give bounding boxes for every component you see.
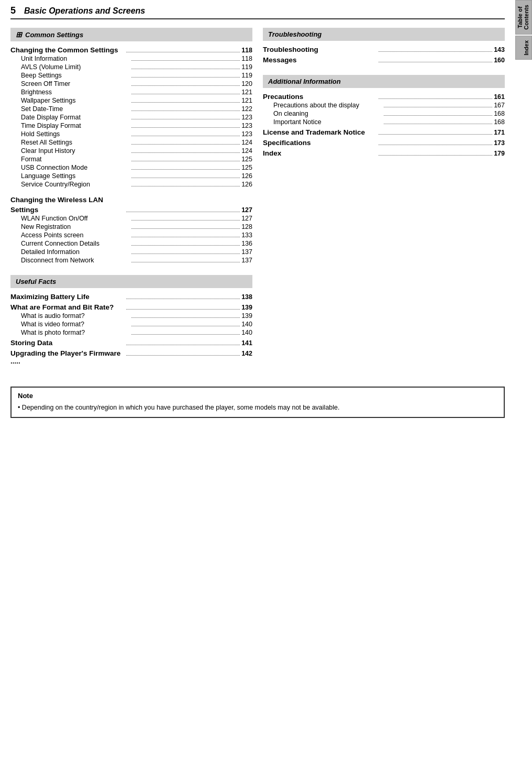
dots — [131, 136, 240, 136]
entry-title: Detailed Information — [21, 248, 130, 256]
toc-row: Settings 127 — [10, 205, 252, 214]
page-num: 125 — [241, 156, 252, 163]
toc-row: Hold Settings 123 — [10, 130, 252, 138]
page-num: 139 — [241, 304, 252, 311]
page-num: 118 — [241, 47, 252, 54]
troubleshooting-header: Troubleshooting — [263, 28, 505, 41]
dots — [131, 102, 240, 103]
entry-title: On cleaning — [273, 110, 382, 117]
toc-row: Format 125 — [10, 155, 252, 163]
page-num: 124 — [241, 139, 252, 146]
entry-title: Specifications — [263, 139, 377, 147]
settings-icon: ⊞ — [16, 30, 22, 39]
page-container: 5 Basic Operations and Screens ⊞ Common … — [0, 0, 532, 760]
wireless-lan-section: Changing the Wireless LAN Settings 127 W… — [10, 196, 252, 265]
chapter-title: Basic Operations and Screens — [24, 6, 145, 16]
page-num: 142 — [241, 350, 252, 357]
page-num: 125 — [241, 164, 252, 171]
entry-title: Language Settings — [21, 172, 130, 180]
entry-title: Maximizing Battery Life — [10, 293, 125, 301]
toc-row: Troubleshooting 143 — [263, 45, 505, 54]
entry-title: Storing Data — [10, 339, 125, 347]
page-num: 121 — [241, 89, 252, 96]
toc-row: AVLS (Volume Limit) 119 — [10, 63, 252, 71]
page-num: 139 — [241, 312, 252, 320]
page-num: 167 — [494, 102, 505, 109]
dots — [131, 85, 240, 86]
main-content: 5 Basic Operations and Screens ⊞ Common … — [0, 0, 515, 760]
toc-row: New Registration 128 — [10, 223, 252, 231]
page-num: 120 — [241, 80, 252, 87]
entry-title: New Registration — [21, 223, 130, 230]
dots — [131, 237, 240, 237]
toc-row: WLAN Function On/Off 127 — [10, 214, 252, 223]
tab-index-label: Index — [523, 40, 529, 56]
toc-row: Language Settings 126 — [10, 172, 252, 180]
toc-row: Storing Data 141 — [10, 338, 252, 347]
dots — [131, 60, 240, 61]
page-num: 143 — [494, 46, 505, 53]
entry-title: Troubleshooting — [263, 46, 377, 53]
toc-row: Screen Off Timer 120 — [10, 80, 252, 88]
entry-title: Date Display Format — [21, 114, 130, 121]
toc-row: USB Connection Mode 125 — [10, 163, 252, 172]
dots — [379, 62, 493, 62]
toc-row: What is video format? 140 — [10, 320, 252, 328]
dots — [131, 228, 240, 229]
dots — [131, 326, 240, 326]
dots — [126, 355, 240, 356]
entry-title: Hold Settings — [21, 130, 130, 138]
dots — [384, 107, 493, 107]
entry-title: WLAN Function On/Off — [21, 215, 130, 222]
toc-row: Current Connection Details 136 — [10, 239, 252, 248]
useful-facts-section: Useful Facts Maximizing Battery Life 138… — [10, 275, 252, 366]
page-num: 140 — [241, 321, 252, 328]
dots — [131, 111, 240, 111]
page-num: 133 — [241, 232, 252, 239]
dots — [379, 134, 493, 135]
tab-index[interactable]: Index — [515, 36, 532, 60]
toc-row: What are Format and Bit Rate? 139 — [10, 303, 252, 312]
common-settings-title: Common Settings — [25, 31, 83, 39]
page-num: 126 — [241, 181, 252, 188]
entry-title: Disconnect from Network — [21, 257, 130, 264]
tab-table-of-contents[interactable]: Table ofContents — [515, 0, 532, 35]
toc-row: Set Date-Time 122 — [10, 105, 252, 113]
tab-toc-label: Table ofContents — [517, 5, 529, 30]
troubleshooting-title: Troubleshooting — [268, 30, 322, 38]
toc-row: Clear Input History 124 — [10, 147, 252, 155]
note-section: Note Depending on the country/region in … — [10, 387, 505, 418]
toc-row: Service Country/Region 126 — [10, 180, 252, 189]
dots — [126, 309, 240, 310]
left-column: ⊞ Common Settings Changing the Common Se… — [10, 28, 252, 366]
page-num: 136 — [241, 240, 252, 247]
toc-row: Time Display Format 123 — [10, 122, 252, 130]
dots — [131, 161, 240, 161]
page-num: 160 — [494, 57, 505, 64]
toc-row: Brightness 121 — [10, 88, 252, 96]
page-num: 119 — [241, 72, 252, 79]
toc-row: Reset All Settings 124 — [10, 138, 252, 147]
dots — [131, 77, 240, 78]
dots — [131, 317, 240, 318]
note-header: Note — [18, 392, 497, 400]
toc-row: Messages 160 — [263, 56, 505, 64]
dots — [131, 152, 240, 153]
toc-row: Unit Information 118 — [10, 54, 252, 63]
dots — [131, 178, 240, 178]
page-num: 122 — [241, 105, 252, 113]
entry-title: Format — [21, 156, 130, 163]
toc-row: What is audio format? 139 — [10, 312, 252, 320]
entry-title: Service Country/Region — [21, 181, 130, 188]
dots — [131, 254, 240, 254]
entry-title: What is audio format? — [21, 312, 130, 320]
page-num: 128 — [241, 223, 252, 230]
troubleshooting-section: Troubleshooting Troubleshooting 143 Mess… — [263, 28, 505, 64]
dots — [379, 98, 493, 99]
wireless-lan-title: Changing the Wireless LAN — [10, 196, 252, 204]
entry-title: Time Display Format — [21, 122, 130, 129]
toc-row: Upgrading the Player's Firmware ..... 14… — [10, 349, 252, 366]
dots — [131, 245, 240, 246]
dots — [126, 299, 240, 299]
page-num: 126 — [241, 172, 252, 180]
